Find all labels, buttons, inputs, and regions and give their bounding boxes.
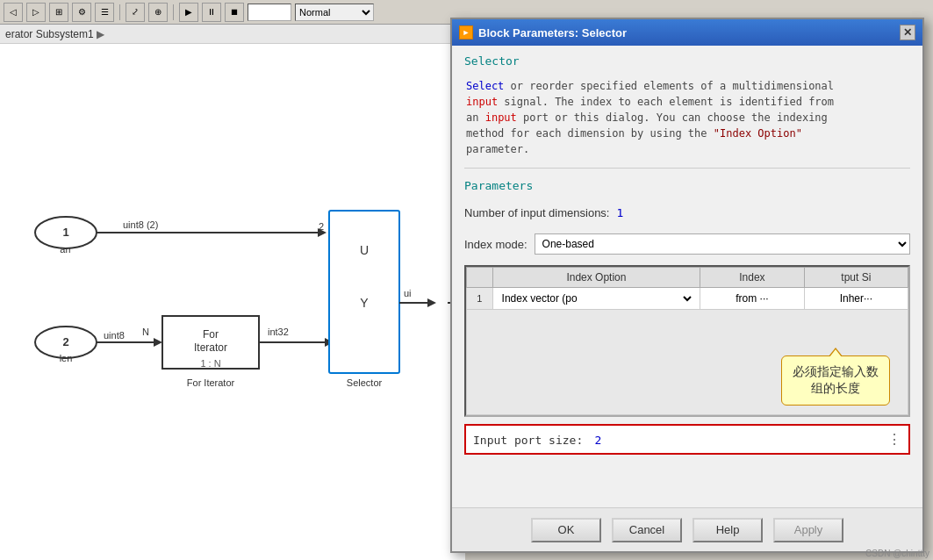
- input-port-value: 2: [595, 434, 602, 447]
- breadcrumb-arrow: ▶: [97, 28, 104, 40]
- svg-text:2: 2: [319, 221, 324, 232]
- toolbar-btn-5[interactable]: ☰: [95, 3, 114, 22]
- dialog-icon: ►: [459, 25, 473, 39]
- num-dimensions-value: 1: [616, 206, 623, 219]
- separator-1: [464, 168, 910, 169]
- col-header-index: Index: [700, 268, 804, 288]
- toolbar-btn-1[interactable]: ◁: [4, 3, 23, 22]
- sim-mode-select[interactable]: Normal: [295, 4, 374, 21]
- input-port-row: Input port size: 2 ⋮: [464, 424, 910, 455]
- svg-text:int32: int32: [268, 327, 289, 337]
- svg-text:arr: arr: [60, 244, 72, 255]
- svg-text:N: N: [142, 327, 149, 337]
- index-option-select[interactable]: Index vector (po: [499, 291, 695, 305]
- dialog-title: Block Parameters: Selector: [478, 26, 627, 39]
- input-port-options-button[interactable]: ⋮: [887, 431, 901, 448]
- index-mode-select[interactable]: One-based Zero-based: [535, 233, 910, 255]
- svg-text:uint8 (2): uint8 (2): [123, 219, 158, 230]
- breadcrumb-text: erator Subsystem1: [5, 28, 94, 40]
- svg-text:len: len: [60, 353, 73, 363]
- toolbar-btn-3[interactable]: ⊞: [49, 3, 68, 22]
- help-button[interactable]: Help: [693, 518, 763, 542]
- row-index-1: from ···: [700, 288, 804, 310]
- num-dimensions-row: Number of input dimensions: 1: [464, 206, 910, 219]
- dialog-close-button[interactable]: ✕: [900, 25, 915, 40]
- svg-text:2: 2: [62, 335, 68, 348]
- dialog-buttons: OK Cancel Help Apply: [452, 507, 922, 551]
- col-header-output-size: tput Si: [804, 268, 908, 288]
- divider-1: [119, 4, 120, 20]
- toolbar-btn-7[interactable]: ⊕: [148, 3, 168, 22]
- toolbar-btn-10[interactable]: ⏹: [225, 3, 244, 22]
- svg-text:1 : N: 1 : N: [200, 358, 220, 369]
- dialog-block-parameters: ► Block Parameters: Selector ✕ Selector …: [450, 18, 924, 553]
- svg-text:ui: ui: [404, 288, 412, 298]
- table-row-1: 1 Index vector (po from ··· Inher···: [467, 288, 908, 310]
- svg-text:uint8: uint8: [104, 330, 125, 341]
- num-dimensions-label: Number of input dimensions:: [464, 206, 609, 219]
- svg-text:Iterator: Iterator: [194, 341, 227, 354]
- ok-button[interactable]: OK: [531, 518, 601, 542]
- canvas-svg: 1 arr uint8 (2) 2 2 len uint8 N For Iter…: [0, 44, 465, 560]
- svg-marker-29: [427, 298, 436, 307]
- col-header-index-option: Index Option: [492, 268, 700, 288]
- row-output-size-1: Inher···: [804, 288, 908, 310]
- canvas-area: 1 arr uint8 (2) 2 2 len uint8 N For Iter…: [0, 44, 465, 560]
- table-row-empty: 必须指定输入数组的长度: [467, 310, 908, 415]
- dialog-titlebar: ► Block Parameters: Selector ✕: [452, 19, 922, 46]
- cancel-button[interactable]: Cancel: [612, 518, 682, 542]
- toolbar-btn-2[interactable]: ▷: [26, 3, 46, 22]
- svg-text:For Iterator: For Iterator: [187, 377, 235, 388]
- breadcrumb-bar: erator Subsystem1 ▶: [0, 25, 465, 44]
- index-table: Index Option Index tput Si 1 Index vecto…: [466, 267, 908, 415]
- dialog-title-left: ► Block Parameters: Selector: [459, 25, 627, 39]
- svg-rect-23: [329, 211, 399, 373]
- index-table-container: Index Option Index tput Si 1 Index vecto…: [464, 265, 910, 417]
- svg-text:For: For: [203, 328, 219, 341]
- block-name-label: Selector: [464, 54, 910, 68]
- tooltip-callout: 必须指定输入数组的长度: [781, 355, 890, 406]
- row-num-1: 1: [467, 288, 493, 310]
- svg-text:1: 1: [62, 226, 68, 239]
- description-text: Select or reorder specified elements of …: [464, 78, 910, 157]
- sim-time-input[interactable]: 10.0: [248, 4, 291, 21]
- toolbar-btn-4[interactable]: ⚙: [72, 3, 91, 22]
- toolbar-btn-6[interactable]: ⤦: [126, 3, 145, 22]
- row-index-option-1[interactable]: Index vector (po: [492, 288, 700, 310]
- watermark: CSDN @chinttty: [865, 549, 929, 558]
- index-mode-label: Index mode:: [464, 238, 528, 251]
- params-section-title: Parameters: [464, 179, 910, 192]
- simulink-canvas: ◁ ▷ ⊞ ⚙ ☰ ⤦ ⊕ ▶ ⏸ ⏹ 10.0 Normal erator S…: [0, 0, 465, 560]
- toolbar-btn-9[interactable]: ⏸: [202, 3, 221, 22]
- svg-text:Selector: Selector: [347, 377, 383, 388]
- index-mode-row: Index mode: One-based Zero-based: [464, 233, 910, 255]
- divider-2: [173, 4, 174, 20]
- col-header-num: [467, 268, 493, 288]
- svg-text:Y: Y: [360, 296, 369, 310]
- input-port-label: Input port size: 2: [473, 432, 601, 448]
- toolbar: ◁ ▷ ⊞ ⚙ ☰ ⤦ ⊕ ▶ ⏸ ⏹ 10.0 Normal: [0, 0, 465, 25]
- dialog-content: Selector Select or reorder specified ele…: [452, 46, 922, 507]
- apply-button[interactable]: Apply: [773, 518, 843, 542]
- svg-marker-12: [154, 338, 162, 347]
- svg-text:U: U: [360, 243, 369, 257]
- toolbar-btn-8[interactable]: ▶: [179, 3, 198, 22]
